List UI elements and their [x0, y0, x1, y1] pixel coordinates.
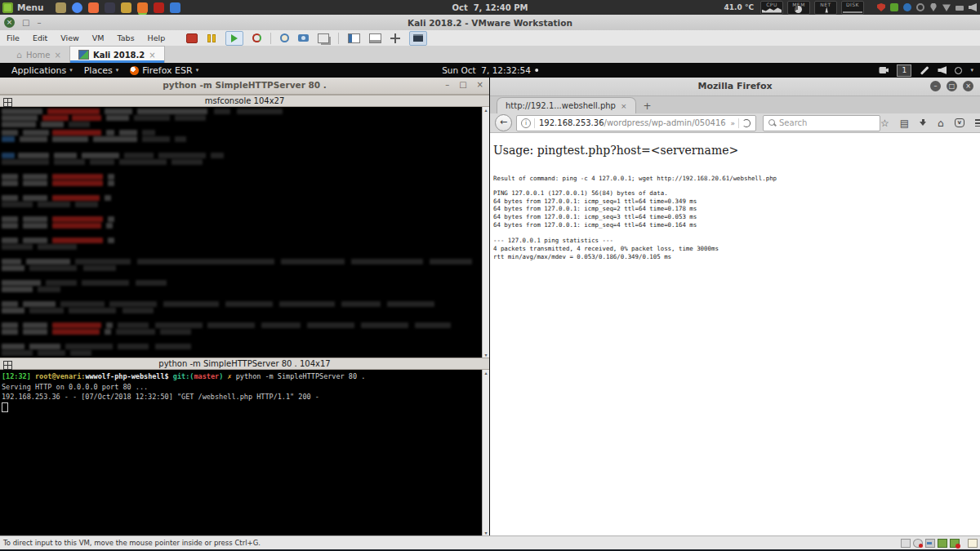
places-label: Places: [84, 65, 113, 76]
host-menu-button[interactable]: Menu: [17, 2, 44, 12]
back-button[interactable]: ←: [495, 114, 512, 131]
bookmarks-menu-icon[interactable]: ▤: [900, 118, 909, 128]
menu-tabs[interactable]: Tabs: [111, 33, 141, 42]
terminal-titlebar[interactable]: python -m SimpleHTTPServer 80 . – □ ×: [0, 78, 489, 95]
window-close-button[interactable]: ×: [4, 17, 15, 28]
mail-app-icon[interactable]: [170, 2, 180, 13]
menu-file[interactable]: File: [0, 33, 26, 42]
chevron-down-icon[interactable]: ▾: [970, 67, 973, 73]
fullscreen-icon[interactable]: [390, 33, 400, 43]
volume-icon[interactable]: [938, 66, 947, 74]
close-icon[interactable]: ×: [55, 51, 61, 60]
terminal-window: python -m SimpleHTTPServer 80 . – □ × ms…: [0, 78, 489, 535]
console-view-button[interactable]: [409, 31, 427, 46]
monitor-cpu[interactable]: CPU: [760, 1, 783, 15]
home-icon[interactable]: ⌂: [938, 118, 944, 128]
tmux-pane2-header[interactable]: python -m SimpleHTTPServer 80 . 104x17: [0, 358, 489, 370]
window-maximize-button[interactable]: □: [22, 18, 29, 27]
close-icon[interactable]: ×: [149, 51, 155, 60]
wifi-icon[interactable]: [942, 3, 951, 11]
scroll-up-icon[interactable]: ▴: [483, 107, 489, 113]
pane2-scrollbar[interactable]: ▴ ▾: [482, 370, 489, 535]
menu-view[interactable]: View: [54, 33, 86, 42]
power-icon[interactable]: [955, 67, 962, 74]
color-picker-icon[interactable]: [105, 2, 115, 13]
downloads-icon[interactable]: [920, 119, 927, 127]
kali-clock[interactable]: Sun Oct 7, 12:32:54: [442, 65, 538, 75]
network-adapter-icon[interactable]: [938, 539, 947, 548]
firefox-maximize-button[interactable]: □: [947, 81, 957, 91]
host-clock[interactable]: Oct 7, 12:40 PM: [452, 3, 528, 12]
reset-icon[interactable]: [252, 33, 261, 42]
applications-menu[interactable]: Applications ▾: [11, 65, 73, 76]
bookmark-star-icon[interactable]: ☆: [880, 118, 889, 128]
scroll-down-icon[interactable]: ▾: [483, 352, 489, 358]
pen-icon[interactable]: [920, 66, 929, 74]
suspend-icon[interactable]: [207, 34, 216, 42]
new-tab-button[interactable]: +: [644, 100, 652, 113]
menu-vm[interactable]: VM: [86, 33, 111, 42]
firefox-titlebar[interactable]: Mozilla Firefox – □ ×: [490, 78, 980, 96]
firefox-close-button[interactable]: ×: [963, 81, 973, 91]
snapshot-clock-icon[interactable]: [280, 33, 289, 42]
monitor-mem[interactable]: MEM: [787, 1, 810, 15]
http-server-pane[interactable]: [12:32] root@venari:wwwolf-php-webshell$…: [0, 370, 489, 535]
site-info-icon[interactable]: i: [521, 118, 531, 128]
terminal-close-button[interactable]: ×: [477, 80, 483, 89]
camera-icon[interactable]: [879, 67, 889, 73]
tab-close-icon[interactable]: ×: [621, 102, 627, 110]
terminal-maximize-button[interactable]: □: [459, 80, 466, 89]
show-thumbnail-bar-icon[interactable]: [369, 33, 381, 43]
software-update-icon[interactable]: [890, 3, 898, 11]
power-on-button[interactable]: [225, 31, 243, 46]
power-off-icon[interactable]: [186, 33, 198, 43]
menu-edit[interactable]: Edit: [26, 33, 54, 42]
monitor-net[interactable]: NET: [814, 1, 837, 15]
shield-icon[interactable]: [877, 3, 885, 11]
vm-tab-home[interactable]: ⌂Home×: [8, 47, 69, 63]
scroll-up-icon[interactable]: ▴: [483, 370, 489, 375]
reload-icon[interactable]: [742, 119, 751, 127]
search-input[interactable]: [776, 118, 880, 127]
url-text[interactable]: 192.168.253.36/wordpress/wp-admin/050416…: [535, 118, 727, 127]
package-manager-icon[interactable]: [154, 2, 164, 13]
vmware-icon[interactable]: [137, 2, 148, 13]
mint-menu-icon[interactable]: [2, 2, 13, 13]
take-snapshot-icon[interactable]: [298, 34, 309, 42]
firefox-app-menu[interactable]: Firefox ESR ▾: [130, 65, 198, 76]
browser-tab[interactable]: http://192.1...webshell.php ×: [497, 97, 636, 113]
finance-app-icon[interactable]: [121, 2, 131, 13]
terminal-minimize-button[interactable]: –: [445, 80, 449, 89]
window-minimize-button[interactable]: –: [37, 18, 41, 27]
usb-device-icon[interactable]: [925, 539, 935, 548]
show-library-icon[interactable]: [348, 33, 360, 43]
rambox-icon[interactable]: [88, 2, 99, 13]
places-menu[interactable]: Places ▾: [84, 65, 119, 76]
workspace-indicator[interactable]: 1: [897, 64, 911, 77]
network-adapter2-icon[interactable]: [950, 539, 960, 548]
volume-icon[interactable]: [969, 3, 977, 11]
scroll-down-icon[interactable]: ▾: [483, 530, 489, 535]
sync-icon[interactable]: [916, 3, 924, 11]
vm-tab-kali-2018-2[interactable]: Kali 2018.2×: [69, 46, 165, 63]
snapshot-manager-icon[interactable]: [318, 33, 329, 43]
message-log-icon[interactable]: [968, 539, 978, 548]
menu-help[interactable]: Help: [141, 33, 172, 42]
files-icon[interactable]: [56, 2, 66, 13]
bluetooth-icon[interactable]: [903, 3, 911, 11]
battery-icon[interactable]: [956, 6, 964, 11]
pane1-scrollbar[interactable]: ▴ ▾: [482, 107, 489, 358]
page-action-icon[interactable]: »: [727, 119, 738, 127]
monitor-disk[interactable]: DISK: [841, 1, 864, 15]
url-bar[interactable]: i 192.168.253.36/wordpress/wp-admin/0504…: [516, 115, 756, 131]
msfconsole-pane[interactable]: ▴ ▾: [0, 107, 489, 358]
tmux-pane1-header[interactable]: msfconsole 104x27: [0, 95, 489, 107]
cdrom-icon[interactable]: [913, 539, 923, 548]
search-bar[interactable]: [763, 115, 880, 131]
firefox-minimize-button[interactable]: –: [930, 81, 941, 91]
hamburger-menu-icon[interactable]: [975, 119, 980, 127]
location-icon[interactable]: [929, 3, 938, 11]
chrome-icon[interactable]: [72, 2, 82, 13]
harddisk-icon[interactable]: [901, 539, 911, 548]
pocket-icon[interactable]: v: [955, 118, 964, 127]
